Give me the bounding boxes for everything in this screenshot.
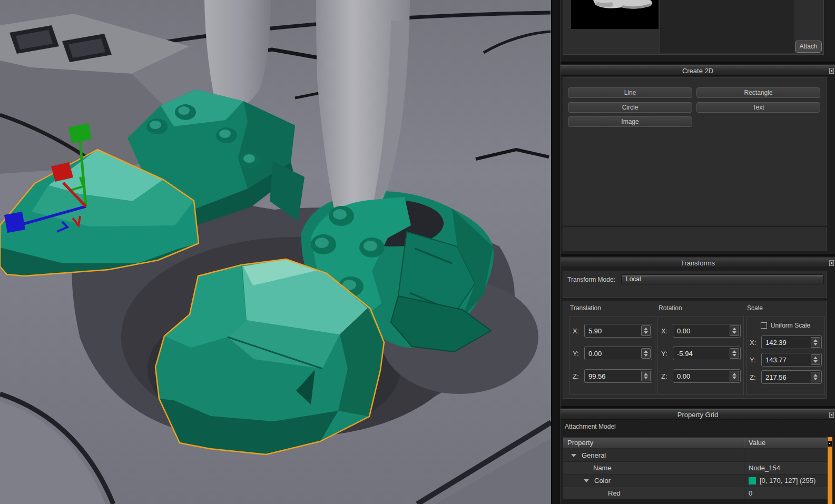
panel-splitter[interactable] — [551, 0, 561, 504]
section-header-transforms[interactable]: Transforms — [561, 258, 835, 268]
spinner-control[interactable] — [730, 348, 739, 359]
translation-label: Translation — [570, 304, 601, 312]
section-header-property-grid[interactable]: Property Grid — [561, 409, 835, 420]
property-column-header[interactable]: Property — [563, 438, 744, 448]
create-image-button[interactable]: Image — [568, 116, 692, 127]
property-name: Red — [608, 489, 621, 497]
section-header-create2d[interactable]: Create 2D — [561, 65, 835, 76]
spinner-control[interactable] — [641, 325, 651, 336]
expand-arrow-icon[interactable] — [584, 479, 589, 482]
table-row-color[interactable]: Color [0, 170, 127] (255) — [563, 474, 828, 487]
create2d-section: Line Rectangle Circle Text Image — [563, 77, 827, 225]
translation-group: Translation X: Y: Z: — [569, 303, 655, 395]
transform-groups: Translation X: Y: Z: — [563, 301, 827, 399]
rotation-label: Rotation — [659, 304, 682, 312]
expand-arrow-icon[interactable] — [571, 454, 576, 457]
color-swatch[interactable] — [749, 477, 756, 485]
spinner-control[interactable] — [811, 372, 820, 382]
scale-label: Scale — [747, 304, 763, 312]
property-grid-scrollbar[interactable] — [828, 437, 832, 504]
spinner-control[interactable] — [730, 325, 739, 336]
property-value: 0 — [749, 489, 752, 497]
attach-button[interactable]: Attach — [795, 41, 822, 53]
panel-pin-icon[interactable] — [829, 412, 834, 418]
property-name: General — [582, 451, 606, 459]
property-name: Name — [593, 464, 612, 472]
3d-viewport[interactable] — [0, 0, 551, 504]
scene-render — [0, 0, 551, 504]
attachment-thumbnail[interactable] — [571, 0, 659, 29]
section-divider — [561, 62, 835, 64]
table-row-red[interactable]: Red 0 — [563, 487, 828, 499]
panel-pin-icon[interactable] — [829, 68, 834, 74]
spinner-control[interactable] — [811, 354, 820, 365]
axis-z-label: Z: — [750, 373, 761, 381]
axis-x-label: X: — [750, 339, 761, 347]
section-divider — [561, 406, 835, 408]
section-divider — [561, 254, 835, 256]
property-grid-title: Property Grid — [677, 411, 718, 419]
create2d-title: Create 2D — [682, 67, 713, 75]
attachment-mesh-preview — [571, 0, 659, 29]
uniform-scale-checkbox[interactable] — [761, 322, 767, 329]
scale-group: Scale Uniform Scale X: Y: — [746, 303, 825, 395]
spinner-control[interactable] — [730, 371, 739, 381]
property-name: Color — [594, 477, 611, 485]
spinner-control[interactable] — [811, 337, 820, 348]
table-row-general[interactable]: General — [563, 449, 828, 461]
spinner-control[interactable] — [641, 348, 651, 359]
create2d-footer-box — [563, 228, 827, 251]
create-text-button[interactable]: Text — [696, 102, 820, 113]
transforms-title: Transforms — [681, 259, 715, 267]
property-grid-subtitle: Attachment Model — [565, 423, 616, 430]
axis-y-label: Y: — [661, 350, 673, 358]
attachment-preview-area — [660, 0, 794, 53]
transform-mode-label: Transform Mode: — [567, 276, 615, 283]
attach-section — [563, 0, 824, 55]
table-row-name[interactable]: Name Node_154 — [563, 461, 828, 474]
property-value: Node_154 — [749, 464, 780, 472]
axis-y-label: Y: — [750, 356, 761, 364]
right-panel: Attach Create 2D Line Rectangle Circle T… — [561, 0, 835, 504]
axis-z-label: Z: — [573, 372, 584, 380]
panel-pin-icon[interactable] — [829, 260, 834, 266]
axis-x-label: X: — [661, 327, 673, 335]
value-column-header[interactable]: Value — [744, 438, 827, 448]
axis-x-label: X: — [573, 327, 584, 335]
create-line-button[interactable]: Line — [568, 87, 692, 98]
app-screen: Attach Create 2D Line Rectangle Circle T… — [0, 0, 835, 504]
transform-mode-select[interactable]: Local — [621, 274, 824, 284]
create-circle-button[interactable]: Circle — [568, 102, 692, 113]
axis-y-label: Y: — [573, 350, 584, 358]
axis-z-label: Z: — [661, 372, 673, 380]
property-grid-table: Property Value General Name Node_154 — [563, 437, 828, 499]
scrollbar-grip[interactable] — [828, 441, 832, 447]
spinner-control[interactable] — [641, 371, 651, 381]
uniform-scale-label: Uniform Scale — [771, 322, 810, 329]
transform-mode-row: Transform Mode: Local — [563, 271, 827, 298]
property-value: [0, 170, 127] (255) — [760, 477, 816, 485]
create-rectangle-button[interactable]: Rectangle — [696, 87, 820, 98]
rotation-group: Rotation X: Y: Z: — [657, 303, 744, 395]
property-grid-header-row: Property Value — [563, 437, 828, 449]
